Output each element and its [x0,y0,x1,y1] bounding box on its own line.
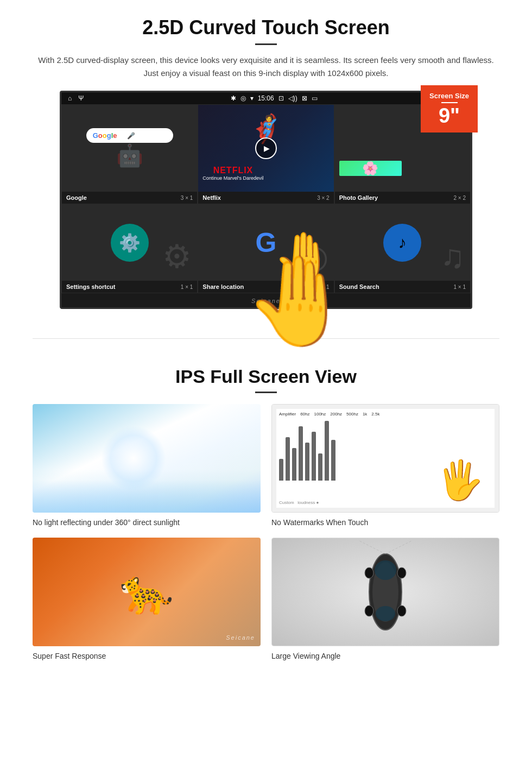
feature-response-image: 🐆 Seicane [33,538,261,646]
eq-bar-2 [286,437,290,481]
eq-freq6: 2.5k [371,412,379,417]
feature-response: 🐆 Seicane Super Fast Response [33,538,261,660]
netflix-label-row: Netflix 3 × 2 [198,192,333,204]
android-figure: 🤖 [116,143,143,168]
wifi-icon: ▾ [250,94,254,102]
google-app-content: Google 🎤 🤖 [62,105,197,192]
feature-response-label: Super Fast Response [33,652,261,660]
google-label: Google [66,194,87,201]
car-svg [353,538,418,646]
eq-image-container: Amplifier 60hz 100hz 200hz 500hz 1k 2.5k [272,405,499,512]
svg-line-9 [385,540,413,554]
netflix-play-overlay[interactable]: ▶ [255,137,277,159]
settings-icon: ⚙️ [111,224,149,262]
sound-icon: ♪ [383,224,421,262]
eq-custom-label: Custom loudness ● [279,500,319,505]
app-cell-netflix[interactable]: 🦸 ▶ NETFLIX Continue Marvel's Daredevil [198,104,334,204]
home-icon[interactable]: ⌂ [68,94,72,102]
eq-hand: 🖐 [436,458,484,502]
window-icon: ▭ [312,94,318,102]
eq-title: Amplifier [279,412,296,417]
app-cell-sound[interactable]: ♪ ♫ Sound Search 1 × 1 [334,204,471,293]
eq-bar-5 [305,443,309,481]
sun-glow [101,426,166,491]
sky-image [33,404,261,513]
svg-point-5 [397,567,406,578]
feature-viewing: Large Viewing Angle [271,538,499,660]
netflix-continue: Continue Marvel's Daredevil [202,175,263,181]
app-row-top: Google 🎤 🤖 Google 3 × 1 [61,104,471,204]
eq-bar-7 [318,453,322,481]
google-label-row: Google 3 × 1 [62,192,197,204]
close-icon: ⊠ [302,94,307,102]
feature-viewing-label: Large Viewing Angle [271,652,499,660]
feature-sunlight-label: No light reflecting under 360° direct su… [33,518,261,527]
screen-size-badge: Screen Size 9" [421,85,478,133]
app-cell-share[interactable]: G 🤚 ◎ Share location 1 × 1 [198,204,334,293]
eq-header: Amplifier 60hz 100hz 200hz 500hz 1k 2.5k [279,412,492,417]
app-cell-google[interactable]: Google 🎤 🤖 Google 3 × 1 [61,104,198,204]
netflix-app-content: 🦸 ▶ NETFLIX Continue Marvel's Daredevil [198,105,333,192]
svg-point-4 [365,567,373,578]
seicane-cheetah-watermark: Seicane [226,634,255,641]
badge-label: Screen Size [429,92,469,100]
section-ips: IPS Full Screen View No light reflecting… [0,355,532,677]
settings-bg-figure: ⚙ [162,237,192,275]
hand-pointer: 🤚 [273,229,334,281]
bluetooth-icon: ✱ [231,94,236,102]
settings-size: 1 × 1 [181,284,193,290]
eq-bar-1 [279,459,283,481]
feature-watermark-image: Amplifier 60hz 100hz 200hz 500hz 1k 2.5k [271,404,499,513]
app-cell-settings[interactable]: ⚙️ ⚙ Settings shortcut 1 × 1 [61,204,198,293]
usb-icon: Ψ [78,94,84,102]
svg-point-2 [375,560,396,580]
svg-point-7 [397,605,406,616]
sound-app-content: ♪ ♫ [335,205,470,281]
share-app-content: G 🤚 ◎ [198,205,333,281]
feature-sunlight-image [33,404,261,513]
google-mic-icon[interactable]: 🎤 [127,132,135,140]
svg-line-8 [358,540,385,554]
volume-icon: ◁)) [288,94,297,102]
eq-bar-8 [325,421,329,481]
gallery-label-row: Photo Gallery 2 × 2 [335,192,470,204]
section-curved-screen: 2.5D Curved Touch Screen With 2.5D curve… [0,0,532,322]
car-image [272,538,499,646]
play-circle[interactable]: ▶ [255,137,277,159]
settings-app-content: ⚙️ ⚙ [62,205,197,281]
feature-watermark-label: No Watermarks When Touch [271,518,499,527]
section-divider [33,338,499,339]
watermark-bar: Seicane [61,293,471,307]
netflix-size: 3 × 2 [317,195,330,201]
section1-description: With 2.5D curved-display screen, this de… [33,54,499,80]
svg-point-3 [376,606,395,621]
status-bar-center: ✱ ◎ ▾ 15:06 ⊡ ◁)) ⊠ ▭ [231,94,318,102]
cheetah-icon: 🐆 [119,566,174,617]
feature-watermark: Amplifier 60hz 100hz 200hz 500hz 1k 2.5k [271,404,499,527]
eq-inner: Amplifier 60hz 100hz 200hz 500hz 1k 2.5k [276,409,495,508]
badge-divider [441,102,458,103]
svg-point-6 [365,605,373,616]
eq-bar-4 [299,426,303,481]
status-bar-left: ⌂ Ψ [68,94,84,102]
eq-bar-6 [312,432,316,481]
settings-label-row: Settings shortcut 1 × 1 [62,281,197,293]
netflix-logo: NETFLIX [202,166,263,175]
share-label-row: Share location 1 × 1 [198,281,333,293]
eq-freq3: 200hz [330,412,342,417]
android-screen: ⌂ Ψ ✱ ◎ ▾ 15:06 ⊡ ◁)) ⊠ ▭ [60,91,472,309]
feature-sunlight: No light reflecting under 360° direct su… [33,404,261,527]
title-underline [255,43,277,45]
google-search-bar[interactable]: Google 🎤 [86,128,173,143]
device-wrapper: Screen Size 9" ⌂ Ψ ✱ ◎ ▾ 15:06 ⊡ ◁)) ⊠ [60,91,472,309]
eq-freq2: 100hz [314,412,326,417]
watermark-text: Seicane [251,298,281,304]
share-size: 1 × 1 [317,284,330,290]
camera-icon: ⊡ [278,94,284,102]
eq-freq5: 1k [363,412,367,417]
section2-title: IPS Full Screen View [33,366,499,387]
section2-title-underline [255,392,277,393]
gallery-size: 2 × 2 [453,195,466,201]
sound-bg-figure: ♫ [440,238,465,275]
section1-title: 2.5D Curved Touch Screen [33,16,499,39]
